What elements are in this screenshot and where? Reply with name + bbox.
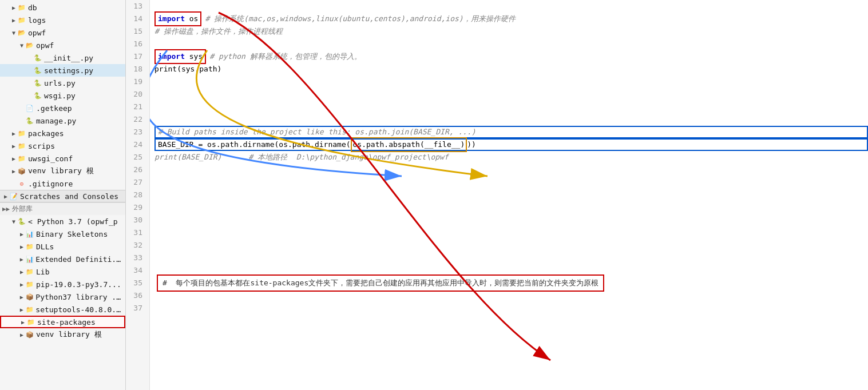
arrow-icon [18, 256, 25, 262]
sidebar-item-pip[interactable]: 📁 pip-19.0.3-py3.7... [0, 278, 125, 290]
py-icon: 🐍 [33, 53, 42, 62]
line-numbers: 13 14 15 16 17 18 19 20 21 22 23 24 25 2… [126, 0, 150, 390]
sidebar-item-wsgi-py[interactable]: 🐍 wsgi.py [0, 89, 125, 102]
sidebar-item-site-packages[interactable]: 📁 site-packages [0, 316, 125, 328]
folder-open-icon: 📂 [25, 41, 34, 50]
folder-icon: 📁 [25, 305, 34, 314]
line-num-13: 13 [126, 0, 146, 13]
sidebar-label: scrips [28, 142, 55, 150]
scratches-icon: 📝 [9, 192, 18, 201]
code-lines-container[interactable]: import os # 操作系统(mac,os,windows,linux(ub… [150, 0, 868, 390]
sidebar-item-extdefs[interactable]: 📊 Extended Definiti... [0, 253, 125, 265]
sidebar-label: wsgi.py [44, 91, 76, 100]
line-num-35: 35 [126, 277, 146, 289]
sidebar-label: Binary Skeletons [36, 230, 108, 238]
line14-comment: # 操作系统(mac,os,windows,linux(ubuntu,cento… [205, 13, 515, 25]
sidebar-item-getkeep[interactable]: 📄 .getkeep [0, 102, 125, 114]
arrow-icon [10, 17, 17, 23]
arrow-icon [10, 5, 17, 11]
sidebar-item-init-py[interactable]: 🐍 __init__.py [0, 51, 125, 64]
line-num-33: 33 [126, 252, 146, 264]
code-line-25: print(BASE_DIR) # 本地路径 D:\python_django\… [154, 151, 868, 164]
sidebar-label: urls.py [44, 79, 76, 87]
code-line-32 [154, 239, 868, 252]
line15-comment: # 操作磁盘，操作文件，操作进程线程 [154, 25, 283, 38]
sidebar-item-setuptools[interactable]: 📁 setuptools-40.8.0... [0, 303, 125, 316]
line-num-26: 26 [126, 164, 146, 176]
sidebar-label: db [28, 3, 37, 12]
line-num-18: 18 [126, 63, 146, 75]
line-num-24: 24 [126, 138, 146, 151]
folder-icon: 📁 [17, 154, 26, 163]
sidebar-item-venv-lib[interactable]: 📦 venv library 根 [0, 165, 125, 177]
folder-icon: 📁 [26, 317, 35, 327]
sidebar-item-logs[interactable]: 📁 logs [0, 14, 125, 26]
sidebar-item-gitignore[interactable]: ⊙ .gitignore [0, 177, 125, 190]
sidebar-item-binary[interactable]: 📊 Binary Skeletons [0, 228, 125, 240]
line-num-37: 37 [126, 302, 146, 315]
line-num-31: 31 [126, 226, 146, 239]
folder-icon: 📁 [17, 141, 26, 150]
sidebar-item-venv-lib2[interactable]: 📦 venv library 根 [0, 328, 125, 341]
folder-icon: 📁 [17, 3, 26, 12]
line-num-21: 21 [126, 101, 146, 113]
line-num-30: 30 [126, 214, 146, 226]
arrow-icon [10, 130, 17, 137]
sidebar-item-opwf-root[interactable]: 📂 opwf [0, 26, 125, 39]
arrow-icon [18, 231, 25, 237]
scratches-label: Scratches and Consoles [20, 192, 118, 201]
arrow-icon [19, 319, 26, 325]
sidebar-item-lib[interactable]: 📁 Lib [0, 265, 125, 278]
import-os-box: import os [154, 11, 201, 26]
line-num-27: 27 [126, 176, 146, 189]
sidebar-label: Python37 library ... [35, 293, 123, 301]
sidebar-item-scrips[interactable]: 📁 scrips [0, 140, 125, 152]
line23-comment: # Build paths inside the project like th… [158, 126, 476, 138]
arrow-icon [18, 269, 25, 275]
arrow-icon [18, 332, 25, 338]
sidebar-label: setuptools-40.8.0... [35, 305, 123, 314]
sidebar-item-uwsgi-conf[interactable]: 📁 uwsgi_conf [0, 152, 125, 165]
sidebar-item-urls-py[interactable]: 🐍 urls.py [0, 77, 125, 89]
sidebar-label: opwf [28, 29, 46, 37]
sidebar-item-opwf-child[interactable]: 📂 opwf [0, 39, 125, 51]
folder-icon: 📁 [17, 129, 26, 138]
bar-icon: 📊 [25, 229, 34, 238]
line-num-19: 19 [126, 75, 146, 88]
sidebar-label: site-packages [37, 318, 96, 327]
import-sys-box: import sys [154, 49, 206, 64]
sidebar-label: Lib [36, 268, 49, 276]
basedir-assign: BASE_DIR = os.path.dirname(os.path.dirna… [158, 137, 476, 152]
code-line-24: BASE_DIR = os.path.dirname(os.path.dirna… [154, 138, 868, 151]
sidebar-label: < Python 3.7 (opwf_p [28, 217, 118, 226]
file-tree-sidebar[interactable]: 📁 db 📁 logs 📂 opwf 📂 opwf 🐍 __init__.py … [0, 0, 126, 390]
sidebar-label: manage.py [36, 117, 76, 125]
line-num-20: 20 [126, 88, 146, 101]
line-num-16: 16 [126, 38, 146, 50]
folder-icon: 📁 [17, 15, 26, 25]
abspath-box: os.path.abspath(__file__) [351, 137, 467, 152]
sidebar-label: pip-19.0.3-py3.7... [36, 280, 121, 289]
folder-icon: 📁 [25, 267, 34, 276]
sidebar-item-settings-py[interactable]: 🐍 settings.py [0, 64, 125, 77]
code-line-20 [154, 88, 868, 101]
sidebar-item-db[interactable]: 📁 db [0, 1, 125, 14]
arrow-icon [2, 193, 9, 200]
sidebar-item-packages[interactable]: 📁 packages [0, 127, 125, 140]
code-line-14: import os # 操作系统(mac,os,windows,linux(ub… [154, 13, 868, 25]
arrow-icon [10, 143, 17, 149]
code-line-26 [154, 164, 868, 176]
python-icon: 🐍 [17, 217, 26, 226]
sidebar-item-python37[interactable]: 📦 Python37 library ... [0, 290, 125, 303]
code-line-35: # 每个项目的包基本都在site-packages文件夹下，需要把自己创建的应用… [154, 277, 868, 289]
file-icon: 📄 [25, 104, 34, 113]
sidebar-item-manage-py[interactable]: 🐍 manage.py [0, 114, 125, 127]
code-line-16 [154, 38, 868, 50]
line-num-25: 25 [126, 151, 146, 164]
sidebar-item-scratches[interactable]: 📝 Scratches and Consoles [0, 190, 125, 202]
sidebar-item-python[interactable]: 🐍 < Python 3.7 (opwf_p [0, 215, 125, 228]
code-line-30 [154, 214, 868, 226]
sidebar-item-dlls[interactable]: 📁 DLLs [0, 240, 125, 253]
waibuku-label: 外部库 [12, 204, 33, 214]
code-line-23: # Build paths inside the project like th… [154, 126, 868, 138]
